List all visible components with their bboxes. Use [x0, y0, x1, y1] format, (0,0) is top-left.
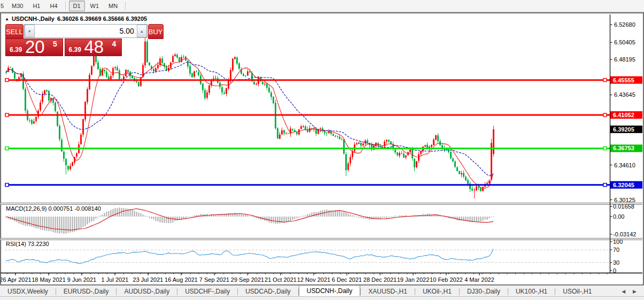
chart-tab-usdchf-daily[interactable]: USDCHF-,Daily — [177, 287, 237, 297]
volume-decrease-button[interactable]: ▼ — [25, 25, 35, 37]
date-axis-label: 12 Nov 2021 — [297, 276, 330, 283]
chart-tab-usdcad-daily[interactable]: USDCAD-,Daily — [238, 287, 298, 297]
chart-tab-xauusd-h1[interactable]: XAUUSD-,H1 — [361, 287, 415, 297]
status-strip — [0, 296, 644, 300]
chart-tab-eurusd-daily[interactable]: EURUSD-,Daily — [56, 287, 117, 297]
chart-symbol-label: USDCNH-,Daily — [12, 16, 55, 22]
chart-tab-usdx-weekly[interactable]: USDX,Weekly — [0, 287, 56, 297]
date-axis-label: 10 Feb 2022 — [430, 276, 463, 283]
macd-axis-tick: 0.01658 — [613, 203, 634, 210]
date-axis-label: 7 Sep 2021 — [199, 276, 229, 283]
macd-axis-tick: -0.03142 — [613, 231, 636, 237]
one-click-trade-panel: SELL ▼ ▲ BUY 6.39 20 5 6.39 48 4 — [5, 24, 122, 56]
price-axis-tick: 6.48195 — [614, 56, 635, 63]
tab-scroll-right-icon[interactable]: ▶ — [633, 289, 637, 294]
date-axis-label: 28 Dec 2021 — [363, 276, 397, 283]
buy-price-prefix: 6.39 — [69, 46, 81, 53]
timeframe-button-D1[interactable]: D1 — [69, 1, 85, 11]
volume-input[interactable] — [35, 25, 137, 37]
chart-title: ▲ USDCNH-,Daily 6.36026 6.39669 6.35666 … — [5, 16, 147, 22]
toolbar-separator — [65, 2, 66, 10]
chart-tab-dj30-daily[interactable]: DJ30-,Daily — [460, 287, 508, 297]
chart-tab-uk100-h1[interactable]: UK100-,H1 — [508, 287, 555, 297]
date-axis-label: 18 May 2021 — [32, 276, 66, 283]
date-axis-label: 4 Mar 2022 — [464, 276, 494, 283]
buy-price-pip: 4 — [112, 40, 117, 48]
collapse-arrow-icon[interactable]: ▲ — [5, 17, 9, 21]
date-axis-label: 6 Dec 2021 — [332, 276, 362, 283]
price-level-tag: 6.32045 — [613, 182, 634, 188]
rsi-axis-tick: 0 — [613, 267, 616, 274]
volume-stepper: ▼ ▲ — [24, 24, 148, 38]
buy-price-box[interactable]: 6.39 48 4 — [65, 39, 122, 56]
timeframe-button-W1[interactable]: W1 — [86, 1, 104, 11]
rsi-axis-tick: 70 — [613, 247, 619, 253]
chart-tab-bar: USDX,WeeklyEURUSD-,DailyAUDUSD-,DailyUSD… — [0, 285, 644, 297]
timeframe-button-H4[interactable]: H4 — [45, 1, 61, 11]
sell-price-box[interactable]: 6.39 20 5 — [5, 39, 63, 56]
buy-button[interactable]: BUY — [148, 24, 164, 39]
macd-indicator-label: MACD(12,26,9) 0.000751 -0.008140 — [6, 205, 101, 212]
timeframe-button-MN[interactable]: MN — [104, 1, 122, 11]
chart-window: 6.526806.504056.481956.436456.346106.301… — [0, 12, 644, 286]
rsi-axis-tick: 100 — [613, 239, 623, 245]
price-level-tag: 6.36753 — [613, 145, 634, 151]
chart-ohlc-values: 6.36026 6.39669 6.35666 6.39205 — [57, 16, 147, 22]
macd-axis-tick: 0.00 — [613, 213, 624, 220]
price-axis-tick: 6.43645 — [614, 91, 635, 98]
date-axis-label: 26 Apr 2021 — [1, 276, 32, 283]
chart-tab-usdcnh-daily[interactable]: USDCNH-,Daily — [299, 285, 360, 297]
sell-price-prefix: 6.39 — [10, 46, 22, 53]
date-axis-label: 23 Jul 2021 — [133, 276, 164, 283]
toolbar-separator — [125, 2, 126, 10]
price-axis-tick: 6.52680 — [614, 21, 635, 28]
timeframe-button-H1[interactable]: H1 — [28, 1, 44, 11]
buy-price-main: 48 — [84, 37, 104, 57]
tab-scroll-left-icon[interactable]: ◀ — [622, 289, 625, 294]
date-axis-label: 9 Jun 2021 — [67, 276, 96, 283]
mt4-terminal: 5M30H1H4D1W1MN 6.526806.504056.481956.43… — [0, 0, 644, 300]
date-axis-label: 1 Jul 2021 — [102, 276, 129, 283]
timeframe-button-5[interactable]: 5 — [0, 1, 6, 11]
volume-increase-button[interactable]: ▲ — [137, 25, 147, 37]
chart-tab-usoil-h1[interactable]: USOil-,H1 — [555, 287, 599, 297]
price-axis-tick: 6.34610 — [614, 162, 635, 168]
price-axis-tick: 6.50405 — [614, 39, 635, 45]
sell-price-main: 20 — [25, 37, 45, 57]
price-level-tag: 6.45555 — [613, 77, 634, 83]
date-axis-label: 16 Aug 2021 — [165, 276, 198, 283]
date-axis-label: 19 Jan 2022 — [397, 276, 430, 283]
price-axis-tick: 6.30125 — [614, 197, 635, 203]
sell-price-pip: 5 — [53, 40, 57, 48]
date-axis-label: 29 Sep 2021 — [231, 276, 264, 283]
date-axis-label: 21 Oct 2021 — [265, 276, 297, 283]
sell-button[interactable]: SELL — [5, 24, 24, 39]
timeframe-button-M30[interactable]: M30 — [7, 1, 27, 11]
chart-tab-ukoil-h1[interactable]: UKOil-,H1 — [415, 287, 459, 297]
chart-tab-audusd-daily[interactable]: AUDUSD-,Daily — [117, 287, 177, 297]
timeframe-toolbar: 5M30H1H4D1W1MN — [0, 0, 644, 12]
rsi-indicator-label: RSI(14) 73.2230 — [6, 241, 49, 247]
price-level-tag: 6.39205 — [613, 126, 634, 133]
rsi-axis-tick: 30 — [613, 259, 619, 266]
price-level-tag: 6.41052 — [613, 112, 634, 118]
